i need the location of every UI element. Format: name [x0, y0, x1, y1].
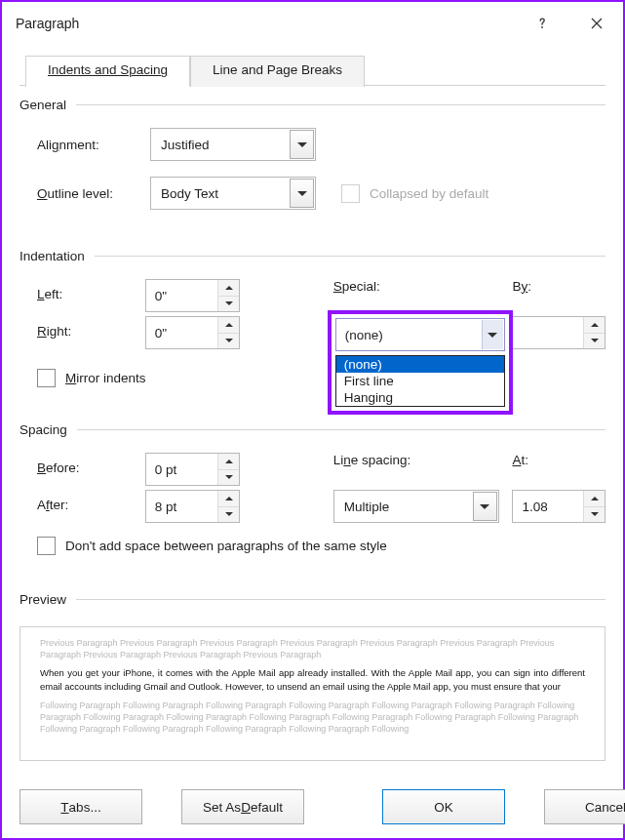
titlebar-controls: [529, 11, 609, 36]
special-dropdown[interactable]: (none) (none) First line Hanging: [328, 310, 513, 415]
linespacing-combo[interactable]: Multiple: [333, 490, 499, 523]
chevron-down-icon[interactable]: [482, 320, 503, 349]
preview-following-text: Following Paragraph Following Paragraph …: [40, 700, 585, 735]
tab-line-page-breaks[interactable]: Line and Page Breaks: [190, 56, 365, 87]
spin-down-icon[interactable]: [218, 334, 239, 349]
spin-down-icon[interactable]: [218, 507, 239, 523]
section-general: General: [20, 98, 605, 112]
left-indent-input[interactable]: 0": [145, 279, 240, 312]
close-icon[interactable]: [584, 11, 609, 36]
special-option-hanging[interactable]: Hanging: [336, 389, 504, 406]
section-label: Preview: [20, 592, 66, 607]
preview-main-text: When you get your iPhone, it comes with …: [40, 666, 585, 694]
special-label: Special:: [333, 279, 507, 294]
spin-up-icon[interactable]: [218, 280, 239, 297]
before-label: Before:: [37, 453, 145, 475]
after-input[interactable]: 8 pt: [145, 490, 240, 523]
no-space-checkbox[interactable]: [37, 537, 56, 555]
right-indent-input[interactable]: 0": [145, 316, 240, 349]
chevron-down-icon[interactable]: [290, 130, 314, 159]
chevron-down-icon[interactable]: [473, 492, 497, 521]
ok-button[interactable]: OK: [382, 789, 505, 824]
alignment-label: Alignment:: [37, 138, 150, 152]
section-label: General: [20, 98, 66, 112]
special-option-none[interactable]: (none): [336, 356, 504, 373]
spin-up-icon[interactable]: [584, 491, 605, 507]
button-row: Tabs... Set As Default OK Cancel: [20, 768, 605, 824]
tab-indents-spacing[interactable]: Indents and Spacing: [25, 56, 190, 87]
cancel-button[interactable]: Cancel: [544, 789, 625, 824]
collapsed-label: Collapsed by default: [370, 186, 488, 201]
titlebar: Paragraph: [2, 2, 623, 45]
mirror-indents-checkbox[interactable]: [37, 369, 56, 387]
no-space-label: Don't add space between paragraphs of th…: [65, 539, 387, 553]
preview-box: Previous Paragraph Previous Paragraph Pr…: [20, 626, 605, 761]
linespacing-label: Line spacing:: [333, 453, 507, 467]
spin-up-icon[interactable]: [218, 317, 239, 334]
section-label: Indentation: [20, 249, 85, 263]
window-title: Paragraph: [16, 16, 79, 31]
spin-down-icon[interactable]: [218, 470, 239, 486]
by-input[interactable]: [512, 316, 605, 349]
special-option-firstline[interactable]: First line: [336, 373, 504, 389]
spin-down-icon[interactable]: [584, 334, 605, 349]
svg-point-0: [541, 26, 543, 28]
alignment-combo[interactable]: Justified: [150, 128, 316, 161]
section-indentation: Indentation: [20, 249, 605, 263]
spin-up-icon[interactable]: [584, 317, 605, 334]
section-label: Spacing: [20, 422, 67, 437]
spin-down-icon[interactable]: [218, 297, 239, 312]
paragraph-dialog: Paragraph Indents and Spacing Line and P…: [0, 0, 625, 840]
after-label: After:: [37, 490, 145, 512]
by-label: By:: [512, 279, 605, 294]
tab-bar: Indents and Spacing Line and Page Breaks: [25, 55, 605, 86]
section-preview: Preview: [20, 592, 605, 607]
spin-up-icon[interactable]: [218, 491, 239, 507]
collapsed-checkbox[interactable]: [341, 184, 360, 203]
tabs-button[interactable]: Tabs...: [20, 789, 142, 824]
outline-combo[interactable]: Body Text: [150, 177, 316, 210]
at-label: At:: [512, 453, 605, 467]
section-spacing: Spacing: [20, 422, 605, 437]
spin-down-icon[interactable]: [584, 507, 605, 523]
help-icon[interactable]: [529, 11, 555, 36]
mirror-indents-label: Mirror indents: [65, 371, 146, 385]
special-dropdown-list: (none) First line Hanging: [335, 355, 505, 407]
outline-label: Outline level:: [37, 186, 150, 201]
at-input[interactable]: 1.08: [512, 490, 605, 523]
chevron-down-icon[interactable]: [290, 179, 314, 208]
right-label: Right:: [37, 316, 145, 339]
preview-prev-text: Previous Paragraph Previous Paragraph Pr…: [40, 637, 585, 660]
left-label: Left:: [37, 279, 145, 301]
set-default-button[interactable]: Set As Default: [181, 789, 304, 824]
spin-up-icon[interactable]: [218, 454, 239, 470]
before-input[interactable]: 0 pt: [145, 453, 240, 486]
